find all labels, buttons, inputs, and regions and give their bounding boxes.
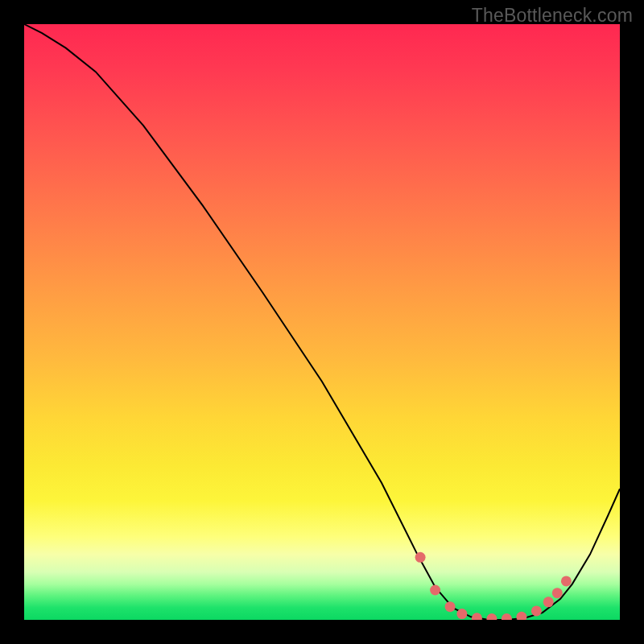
chart-frame: TheBottleneck.com	[0, 0, 644, 644]
bottleneck-curve	[24, 24, 620, 620]
valley-marker-dot	[531, 605, 542, 616]
valley-marker-dot	[502, 613, 512, 620]
valley-marker-dot	[552, 588, 563, 598]
watermark-text: TheBottleneck.com	[472, 5, 633, 27]
valley-marker-dot	[561, 576, 572, 586]
valley-marker-dot	[415, 552, 426, 563]
valley-marker-dot	[486, 613, 497, 620]
valley-marker-dot	[516, 612, 526, 620]
valley-marker-dot	[430, 585, 440, 596]
chart-overlay-svg	[24, 24, 620, 620]
valley-marker-dot	[472, 613, 482, 620]
valley-markers	[415, 552, 572, 620]
valley-marker-dot	[445, 601, 456, 612]
valley-marker-dot	[543, 597, 554, 607]
valley-marker-dot	[456, 609, 467, 619]
